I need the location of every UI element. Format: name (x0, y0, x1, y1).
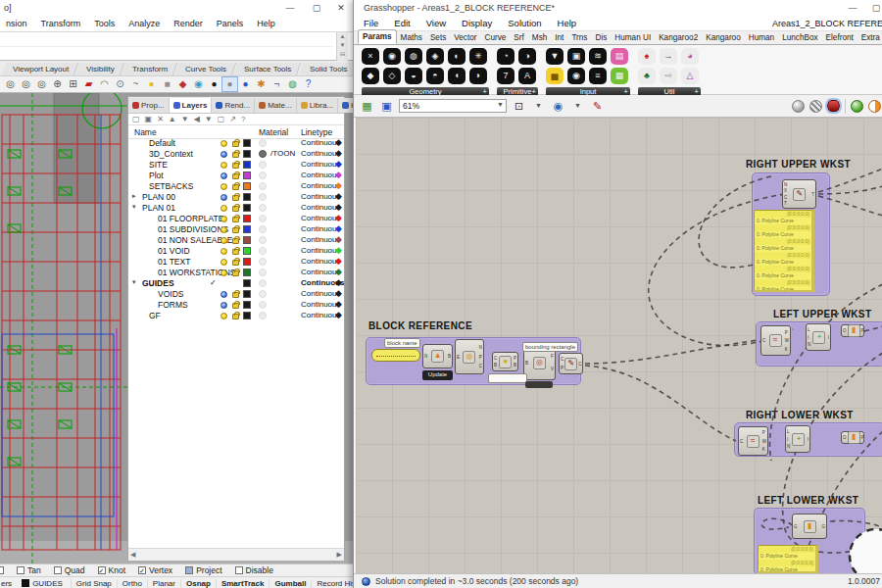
port-out-p[interactable]: P (514, 356, 516, 361)
gumball-icon[interactable]: ⊙ (113, 77, 127, 91)
rhino-menu-analyze[interactable]: Analyze (128, 19, 160, 28)
layer-on-bulb-icon[interactable] (220, 270, 227, 276)
rhino-tab-viewport-layout[interactable]: Viewport Layout (2, 63, 78, 75)
gh-tab-maths[interactable]: Maths (397, 31, 426, 44)
component-icon[interactable]: △ (681, 68, 699, 84)
port-in-n[interactable]: N (784, 182, 787, 187)
collapse-icon[interactable]: ◀ (194, 115, 200, 123)
minimize-button[interactable]: — (279, 1, 301, 15)
gh-tab-kangaroo2[interactable]: Kangaroo2 (655, 31, 702, 44)
layer-material-icon[interactable] (259, 301, 267, 309)
new-sublayer-icon[interactable]: ▣ (145, 115, 153, 123)
component-icon[interactable]: ◉ (567, 68, 585, 84)
component-icon[interactable]: ▅ (546, 68, 564, 84)
layer-lock-icon[interactable] (232, 314, 239, 319)
component-icon[interactable]: 7 (497, 68, 514, 84)
new-layer-icon[interactable]: ▢ (132, 115, 140, 123)
gh-tab-lunchbox[interactable]: LunchBox (778, 31, 821, 44)
layer-lock-icon[interactable] (232, 260, 239, 266)
lamp-icon[interactable]: ● (144, 77, 159, 91)
layer-lock-icon[interactable] (232, 206, 239, 212)
sphere-black-icon[interactable]: ● (207, 77, 221, 91)
port-in-b[interactable]: B (494, 363, 497, 368)
component-icon[interactable]: ◔ (497, 48, 514, 65)
port-out-v[interactable]: V (551, 367, 554, 371)
component-icon[interactable]: ▣ (567, 48, 585, 65)
gh-maximize-button[interactable]: ▢ (865, 1, 882, 15)
component-icon[interactable]: ◍ (405, 48, 422, 65)
data-panel[interactable]: {0;0;0;0;0}0. Polyline Curve{0;0;0;0;0}0… (754, 210, 814, 292)
layer-on-bulb-icon[interactable] (220, 237, 227, 244)
layer-on-bulb-icon[interactable] (220, 248, 227, 255)
component-icon[interactable]: ◆ (362, 68, 379, 84)
layer-color-swatch[interactable] (243, 269, 251, 276)
gh-menu-display[interactable]: Display (462, 18, 492, 28)
layer-color-swatch[interactable] (243, 172, 251, 179)
port-in-c[interactable]: C (762, 338, 765, 343)
gh-component[interactable]: CP✎C (559, 353, 583, 374)
component-icon[interactable]: A (518, 68, 536, 84)
osnap-quad[interactable]: Quad (54, 565, 85, 575)
port-in-c[interactable]: C (561, 357, 564, 362)
component-icon[interactable]: ▤ (611, 48, 628, 65)
rotate-view-icon[interactable]: ⊕ (50, 77, 65, 91)
component-icon[interactable]: ♣ (638, 68, 656, 84)
layer-lock-icon[interactable] (232, 227, 239, 233)
layer-row[interactable]: 01 FLOORPLATEContinuous◆ (128, 214, 344, 224)
lock-icon[interactable]: ■ (160, 77, 174, 91)
port-out-i[interactable]: I (808, 437, 808, 442)
path-icon[interactable]: ¬ (270, 77, 284, 91)
osnap-partial-checkbox[interactable] (0, 566, 4, 574)
help-icon[interactable]: ? (301, 77, 316, 91)
gh-tab-sets[interactable]: Sets (426, 31, 450, 44)
layer-off-bulb-icon[interactable] (220, 302, 227, 309)
component-icon[interactable]: ◒ (405, 68, 422, 84)
layer-material-icon[interactable] (259, 290, 267, 298)
layer-material-icon[interactable] (259, 193, 267, 201)
component-icon[interactable]: ◉ (383, 48, 401, 65)
rhino-tab-solid-tools[interactable]: Solid Tools (298, 63, 357, 75)
scroll-left-icon[interactable]: ◀ (130, 551, 135, 559)
port-out-p[interactable]: P (861, 435, 864, 440)
shade-icon[interactable]: ◆ (175, 77, 190, 91)
layer-row[interactable]: 01 WORKSTATIONSContinuous◆ (128, 268, 344, 278)
update-button[interactable]: Update (422, 370, 453, 380)
gh-component[interactable]: O▮P (841, 324, 864, 337)
zoom-extents-icon[interactable]: ⊡ (512, 99, 526, 113)
layer-off-bulb-icon[interactable] (220, 151, 227, 158)
component-icon[interactable]: ◇ (383, 68, 401, 84)
component-icon[interactable]: × (362, 48, 379, 65)
port-in-e[interactable]: E (457, 355, 460, 360)
layer-material-icon[interactable] (259, 139, 267, 147)
layer-color-swatch[interactable] (243, 258, 251, 266)
layer-lock-icon[interactable] (232, 173, 239, 179)
layer-material-icon[interactable] (259, 150, 267, 158)
layer-material-icon[interactable] (259, 279, 267, 287)
status-gumball[interactable]: Gumball (269, 579, 311, 588)
curve-icon[interactable]: ~ (128, 77, 143, 91)
layer-color-swatch[interactable] (243, 150, 251, 158)
osnap-project[interactable]: Project (185, 565, 221, 575)
gh-canvas[interactable]: BLOCK REFERENCERIGHT UPPER WKSTLEFT UPPE… (356, 118, 882, 573)
layer-row[interactable]: GFContinuous◆ (128, 311, 344, 321)
layer-lock-icon[interactable] (232, 238, 239, 244)
layer-color-swatch[interactable] (243, 204, 251, 212)
globe-icon[interactable]: ◍ (285, 77, 300, 91)
port-out-i[interactable]: I (828, 335, 829, 340)
status-osnap[interactable]: Osnap (180, 579, 216, 588)
layer-on-bulb-icon[interactable] (220, 226, 227, 233)
port-in-n[interactable]: N (787, 444, 790, 449)
port-out-f[interactable]: F (551, 354, 554, 359)
gh-tab-int[interactable]: Int (551, 31, 567, 44)
component-icon[interactable]: ♠ (638, 48, 656, 65)
gh-menu-edit[interactable]: Edit (394, 18, 410, 28)
open-file-icon[interactable]: ▦ (360, 99, 374, 113)
pan-icon[interactable]: ◎ (3, 77, 18, 91)
zoom-window-icon[interactable]: ◎ (34, 77, 49, 91)
component-icon[interactable]: ◈ (426, 48, 444, 65)
port-in-g[interactable]: G (794, 524, 798, 529)
port-out-p[interactable]: P (861, 328, 864, 333)
component-icon[interactable]: ◑ (518, 48, 536, 65)
port-in-c[interactable]: C (494, 356, 497, 361)
layer-row[interactable]: ▾PLAN 01Continuous◆ (128, 203, 344, 214)
